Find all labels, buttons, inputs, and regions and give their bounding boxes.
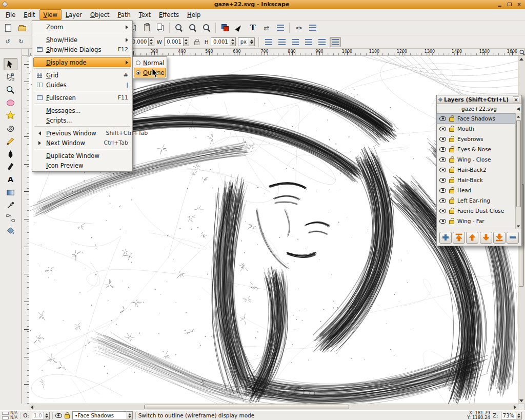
menu-item-icon-preview[interactable]: Icon Preview: [33, 161, 131, 170]
layer-lock-toggle-icon[interactable]: [65, 414, 70, 418]
lock-icon[interactable]: [449, 138, 454, 142]
visibility-eye-icon[interactable]: [439, 209, 446, 213]
layer-combo-stepper[interactable]: [127, 412, 132, 419]
raise-layer-button[interactable]: [466, 232, 478, 244]
menu-item-display-mode[interactable]: Display mode: [33, 57, 131, 67]
delete-layer-button[interactable]: [507, 232, 519, 244]
opacity-field[interactable]: 1.0: [32, 412, 50, 419]
menu-item-fullscreen[interactable]: FullscreenF11: [33, 93, 131, 103]
layer-row[interactable]: Mouth: [437, 124, 516, 134]
fill-stroke-indicator[interactable]: N/A N/A: [2, 411, 17, 420]
visibility-eye-icon[interactable]: [439, 188, 446, 193]
w-field[interactable]: 0.001: [164, 37, 189, 46]
zoom-selection-button[interactable]: [172, 22, 186, 34]
fill-swatch[interactable]: [2, 412, 9, 415]
layers-scroll-thumb[interactable]: [516, 120, 521, 207]
layers-scroll-down-button[interactable]: [515, 223, 521, 229]
maximize-button[interactable]: [506, 1, 513, 8]
opacity-stepper[interactable]: [44, 412, 49, 419]
affect-patterns-toggle[interactable]: [330, 37, 341, 47]
menu-item-display-normal[interactable]: Normal: [134, 58, 166, 68]
menu-item-show-hide-dialogs[interactable]: Show/Hide DialogsF12: [33, 45, 131, 54]
scroll-up-button[interactable]: [518, 56, 524, 62]
zoom-stepper[interactable]: [516, 412, 521, 419]
lock-icon[interactable]: [449, 210, 454, 214]
lock-icon[interactable]: [449, 128, 454, 132]
transform-dialog-button[interactable]: ⇄: [260, 22, 273, 34]
y-field[interactable]: 0.000: [129, 37, 154, 46]
tool-connector[interactable]: [4, 212, 17, 224]
lock-icon[interactable]: [449, 117, 454, 122]
visibility-eye-icon[interactable]: [439, 178, 446, 183]
affect-rotate-toggle[interactable]: [290, 37, 301, 47]
lock-icon[interactable]: [449, 179, 454, 183]
layer-visibility-toggle-icon[interactable]: [55, 413, 62, 418]
tool-star[interactable]: [4, 109, 17, 122]
new-document-button[interactable]: [2, 22, 15, 34]
layer-row[interactable]: Eyes & Nose: [437, 144, 516, 154]
menu-text[interactable]: Text: [135, 9, 155, 20]
menu-item-previous-window[interactable]: Previous WindowShift+Ctrl+Tab: [33, 128, 131, 138]
lock-icon[interactable]: [449, 158, 454, 163]
edit-pen-button[interactable]: [232, 22, 246, 34]
scroll-left-button[interactable]: [29, 404, 35, 410]
menu-item-guides[interactable]: Guides|: [33, 80, 131, 90]
horizontal-scroll-thumb[interactable]: [144, 405, 349, 409]
tool-calligraphy[interactable]: [4, 161, 17, 173]
menu-item-show-hide[interactable]: Show/Hide: [33, 35, 131, 45]
current-layer-combo[interactable]: •Face Shadows: [72, 411, 133, 419]
menu-edit[interactable]: Edit: [19, 9, 39, 20]
menu-item-grid[interactable]: Grid#: [33, 70, 131, 80]
close-button[interactable]: ×: [515, 1, 523, 8]
tool-selector[interactable]: [4, 58, 17, 70]
tool-spiral[interactable]: [4, 122, 17, 134]
y-stepper[interactable]: [148, 38, 154, 46]
visibility-eye-icon[interactable]: [439, 198, 446, 203]
minimize-button[interactable]: [496, 1, 503, 8]
tool-bezier-pen[interactable]: [4, 148, 17, 160]
menu-path[interactable]: Path: [113, 9, 134, 20]
layer-row[interactable]: Wing - Far: [437, 216, 516, 226]
window-titlebar[interactable]: gaze+22.svg - Inkscape ×: [0, 0, 525, 9]
rotate-ccw-button[interactable]: ↺: [2, 37, 13, 47]
menu-item-messages[interactable]: Messages...: [33, 106, 131, 115]
add-layer-button[interactable]: [439, 232, 452, 244]
visibility-eye-icon[interactable]: [439, 116, 446, 121]
lock-ratio-button[interactable]: [191, 37, 203, 47]
duplicate-button[interactable]: [154, 22, 167, 34]
rotate-cw-button[interactable]: ↻: [15, 37, 27, 47]
visibility-eye-icon[interactable]: [439, 147, 446, 152]
affect-corners-toggle[interactable]: [303, 37, 314, 47]
affect-move-toggle[interactable]: [263, 37, 274, 47]
preferences-button[interactable]: [306, 22, 319, 34]
lock-icon[interactable]: [449, 169, 454, 173]
layer-row[interactable]: Head: [437, 185, 516, 195]
menu-item-next-window[interactable]: Next WindowCtrl+Tab: [33, 138, 131, 148]
layer-row[interactable]: Hair-Back2: [437, 165, 516, 175]
open-button[interactable]: [15, 22, 29, 34]
menu-help[interactable]: Help: [183, 9, 205, 20]
xml-editor-button[interactable]: <>: [292, 22, 306, 34]
tool-paint-bucket[interactable]: [4, 225, 17, 237]
align-dialog-button[interactable]: [274, 22, 287, 34]
layer-row[interactable]: Faerie Dust Close: [437, 206, 516, 216]
paste-button[interactable]: [140, 22, 153, 34]
layers-document-selector[interactable]: gaze+22.svg ◀: [437, 104, 521, 113]
w-stepper[interactable]: [183, 38, 189, 46]
layer-row[interactable]: Eyebrows: [437, 134, 516, 144]
layers-panel-titlebar[interactable]: Layers (Shift+Ctrl+L) ×: [437, 95, 521, 104]
visibility-eye-icon[interactable]: [439, 137, 446, 142]
canvas-corner-zoom-button[interactable]: [518, 49, 525, 56]
zoom-field[interactable]: 73%: [501, 412, 522, 419]
menu-item-display-outline[interactable]: Outline: [134, 68, 166, 77]
menu-file[interactable]: File: [2, 9, 19, 20]
layer-row[interactable]: Hair-Back: [437, 175, 516, 185]
tool-ellipse[interactable]: [4, 96, 17, 109]
h-field[interactable]: 0.001: [211, 37, 236, 46]
zoom-drawing-button[interactable]: [186, 22, 199, 34]
stroke-swatch[interactable]: [2, 416, 9, 419]
tool-gradient[interactable]: [4, 186, 17, 198]
tool-dropper[interactable]: [4, 199, 17, 211]
layers-scroll-up-button[interactable]: [515, 113, 521, 119]
layers-scrollbar[interactable]: [515, 113, 521, 229]
